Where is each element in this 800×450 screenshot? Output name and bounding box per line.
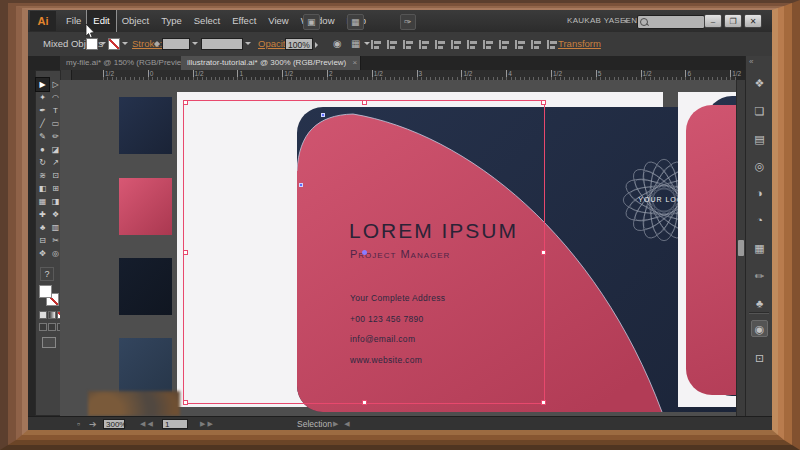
color-guide-panel-icon[interactable]: ▤	[751, 131, 768, 148]
align-h-center-icon[interactable]	[387, 39, 398, 50]
document-tab[interactable]: illustrator-tutorial.ai* @ 300% (RGB/Pre…	[181, 56, 361, 70]
distribute-v-center-icon[interactable]	[483, 39, 494, 50]
selection-handle[interactable]	[362, 400, 367, 405]
fill-caret-icon[interactable]	[100, 42, 106, 48]
stroke-weight-stepper[interactable]	[154, 37, 161, 51]
align-v-middle-icon[interactable]	[435, 39, 446, 50]
selection-handle[interactable]	[362, 100, 367, 105]
distribute-h-center-icon[interactable]	[531, 39, 542, 50]
line-segment-tool[interactable]: ╱	[36, 117, 49, 130]
draw-normal-button[interactable]	[39, 323, 47, 331]
transform-panel-link[interactable]: Transform	[558, 32, 601, 56]
path-anchor-point[interactable]	[321, 113, 325, 117]
first-artboard-button[interactable]: ◀◀	[140, 417, 155, 430]
align-bottom-icon[interactable]	[451, 39, 462, 50]
selection-handle[interactable]	[183, 100, 188, 105]
artboard-number-field[interactable]: 1	[162, 419, 188, 429]
align-left-icon[interactable]	[371, 39, 382, 50]
paintbrush-tool[interactable]: ✎	[36, 130, 49, 143]
artboard-2[interactable]	[678, 92, 736, 407]
gradient-mode-button[interactable]	[48, 311, 56, 319]
next-artboard-button[interactable]: ▶▶	[200, 417, 215, 430]
user-dropdown-caret-icon[interactable]	[623, 20, 629, 26]
symbol-sprayer-tool[interactable]: ♣	[36, 221, 49, 234]
stroke-weight-field[interactable]	[162, 38, 190, 50]
swatch-dark-navy[interactable]	[119, 258, 172, 315]
expand-panels-icon[interactable]: «	[749, 57, 753, 66]
menu-select[interactable]: Select	[188, 10, 226, 32]
recolor-artwork-icon[interactable]: ◉	[333, 32, 342, 56]
swatch-slate[interactable]	[119, 338, 172, 395]
selection-tool[interactable]: ▶	[36, 78, 49, 91]
stroke-caret-icon[interactable]	[122, 42, 128, 48]
restore-button[interactable]: ❐	[724, 14, 742, 28]
menu-file[interactable]: File	[60, 10, 87, 32]
path-anchor-point[interactable]	[299, 183, 303, 187]
selection-handle[interactable]	[541, 250, 546, 255]
document-grid-icon[interactable]: ▦	[351, 32, 360, 56]
canvas[interactable]: LOREM IPSUM Project Manager Your Complet…	[60, 80, 736, 416]
tab-close-icon[interactable]: ×	[353, 56, 358, 70]
cs-live-icon[interactable]: ✑	[400, 14, 416, 30]
mesh-tool[interactable]: ▦	[36, 195, 49, 208]
artboards-panel-icon[interactable]: ❏	[751, 103, 768, 120]
gradient-panel-icon[interactable]: ◔	[751, 212, 768, 229]
magic-wand-tool[interactable]: ✦	[36, 91, 49, 104]
selection-handle[interactable]	[541, 400, 546, 405]
artboard-tool[interactable]: ⊟	[36, 234, 49, 247]
zoom-level-field[interactable]: 300%	[103, 419, 125, 429]
distribute-top-icon[interactable]	[467, 39, 478, 50]
distribute-bottom-icon[interactable]	[499, 39, 510, 50]
selection-handle[interactable]	[183, 400, 188, 405]
scrollbar-thumb[interactable]	[738, 240, 744, 256]
selection-bounding-box[interactable]	[183, 100, 545, 404]
stroke-weight-caret-icon[interactable]	[192, 42, 198, 48]
opacity-field[interactable]: 100%	[285, 38, 313, 50]
menu-view[interactable]: View	[262, 10, 294, 32]
brushes-panel-icon[interactable]: ✏	[751, 268, 768, 285]
appearance-panel-icon[interactable]: ◎	[751, 158, 768, 175]
close-button[interactable]: ✕	[744, 14, 762, 28]
minimize-button[interactable]: –	[704, 14, 722, 28]
pen-tool[interactable]: ✒	[36, 104, 49, 117]
search-input[interactable]	[637, 15, 705, 29]
shape-builder-tool[interactable]: ◧	[36, 182, 49, 195]
export-icon[interactable]: ➔	[89, 417, 97, 430]
go-to-bridge-icon[interactable]: ▣	[303, 14, 320, 30]
swatch-navy[interactable]	[119, 97, 172, 154]
distribute-left-icon[interactable]	[515, 39, 526, 50]
screen-mode-button[interactable]	[42, 337, 56, 348]
swatch-pink[interactable]	[119, 178, 172, 235]
pasteboard-photo[interactable]	[88, 391, 180, 416]
canvas-grid-icon[interactable]: ▫	[77, 417, 80, 430]
card-back-pink-shape[interactable]	[686, 105, 736, 395]
width-tool[interactable]: ≋	[36, 169, 49, 182]
opacity-caret-icon[interactable]	[315, 42, 321, 48]
brush-definition-field[interactable]	[201, 38, 243, 50]
draw-behind-button[interactable]	[48, 323, 56, 331]
selection-center-point[interactable]	[362, 250, 367, 255]
grid-caret-icon[interactable]	[364, 42, 370, 48]
layers-panel-icon[interactable]: ❖	[751, 75, 768, 92]
stroke-color-swatch[interactable]	[108, 38, 120, 50]
hand-tool[interactable]: ✥	[36, 247, 49, 260]
menu-effect[interactable]: Effect	[226, 10, 262, 32]
distribute-right-icon[interactable]	[547, 39, 558, 50]
transform-panel-icon[interactable]: ⊡	[751, 350, 768, 367]
rotate-tool[interactable]: ↻	[36, 156, 49, 169]
status-expand-buttons[interactable]: ▶ ◀	[333, 417, 352, 430]
align-top-icon[interactable]	[419, 39, 430, 50]
menu-type[interactable]: Type	[155, 10, 188, 32]
selection-handle[interactable]	[541, 100, 546, 105]
swatches-panel-icon[interactable]: ▦	[751, 240, 768, 257]
blob-brush-tool[interactable]: ●	[36, 143, 49, 156]
vertical-scrollbar[interactable]	[736, 80, 745, 416]
eyedropper-tool[interactable]: ✚	[36, 208, 49, 221]
align-right-icon[interactable]	[403, 39, 414, 50]
symbols-panel-icon[interactable]: ♣	[751, 295, 768, 312]
graphic-styles-panel-icon[interactable]: ◑	[751, 185, 768, 202]
fill-proxy-swatch[interactable]	[39, 285, 52, 298]
color-mode-button[interactable]	[39, 311, 47, 319]
menu-object[interactable]: Object	[116, 10, 155, 32]
brush-caret-icon[interactable]	[245, 42, 251, 48]
